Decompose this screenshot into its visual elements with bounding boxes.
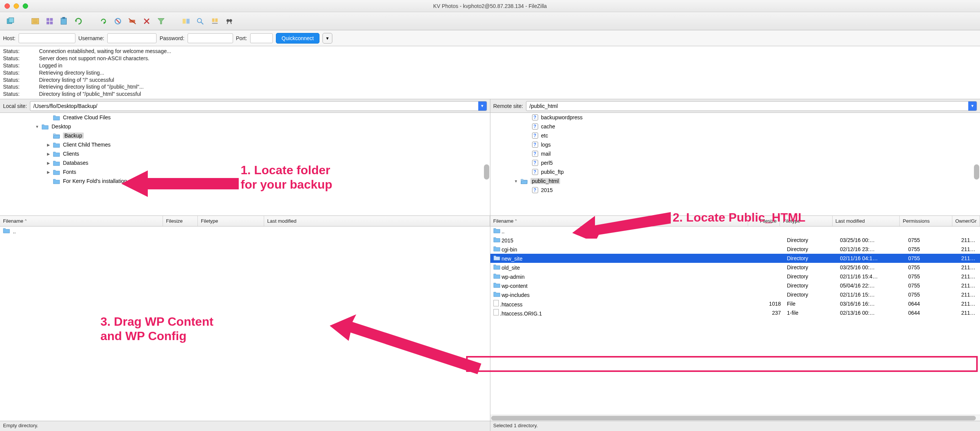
col-filetype[interactable]: Filetype <box>780 216 832 226</box>
remote-list-header[interactable]: Filename Filesize Filetype Last modified… <box>490 216 980 227</box>
local-tree[interactable]: Creative Cloud Files▼DesktopBackup▶Clien… <box>0 113 490 216</box>
tree-node[interactable]: ?perl5 <box>490 158 980 167</box>
local-list-header[interactable]: Filename Filesize Filetype Last modified <box>0 216 490 227</box>
tree-node[interactable]: ?2015 <box>490 185 980 195</box>
window-controls <box>5 3 28 9</box>
find-icon[interactable] <box>224 16 235 27</box>
col-filesize[interactable]: Filesize <box>748 216 780 226</box>
tree-node[interactable]: ▶Clients <box>0 149 490 158</box>
tree-toggle[interactable]: ▼ <box>513 179 519 183</box>
host-input[interactable] <box>19 33 75 43</box>
svg-rect-6 <box>47 18 49 21</box>
log-panel[interactable]: Status:Connection established, waiting f… <box>0 46 980 99</box>
svg-rect-10 <box>61 18 67 24</box>
toggle-tree-icon[interactable] <box>44 16 55 27</box>
compare-icon[interactable] <box>180 16 192 27</box>
tree-node[interactable]: ▶Client Child Themes <box>0 140 490 149</box>
chevron-down-icon[interactable]: ▼ <box>968 101 977 111</box>
file-row[interactable]: wp-includes Directory 02/11/16 15:… 0755… <box>490 290 980 299</box>
quickconnect-dropdown[interactable]: ▼ <box>323 33 332 44</box>
col-filename[interactable]: Filename <box>0 216 163 226</box>
quickconnect-button[interactable]: Quickconnect <box>276 33 320 44</box>
tree-node[interactable]: ▶Databases <box>0 158 490 167</box>
tree-node[interactable]: For Kerry Fold's installation <box>0 176 490 185</box>
file-row[interactable]: .htaccess 1018 File 03/16/16 16:… 0644 2… <box>490 299 980 308</box>
col-filesize[interactable]: Filesize <box>163 216 198 226</box>
file-modified: 05/04/16 22:… <box>837 282 905 288</box>
password-input[interactable] <box>188 33 233 43</box>
file-row[interactable]: old_site Directory 03/25/16 00:… 0755 21… <box>490 263 980 272</box>
remote-path-combo[interactable]: ▼ <box>526 101 977 111</box>
tree-node[interactable]: ?etc <box>490 131 980 140</box>
local-path-input[interactable] <box>30 101 478 111</box>
file-modified: 02/11/16 15:… <box>837 292 905 298</box>
tree-node[interactable]: ?backupwordpress <box>490 113 980 122</box>
maximize-icon[interactable] <box>23 3 28 9</box>
site-manager-icon[interactable] <box>5 16 16 27</box>
scrollbar[interactable] <box>974 164 979 179</box>
file-row[interactable]: 2015 Directory 03/25/16 00:… 0755 2111 2… <box>490 236 980 245</box>
file-row[interactable]: cgi-bin Directory 02/12/16 23:… 0755 211… <box>490 245 980 254</box>
local-file-list[interactable]: .. <box>0 227 490 421</box>
reconnect-icon[interactable] <box>141 16 152 27</box>
tree-label: mail <box>541 151 551 157</box>
minimize-icon[interactable] <box>14 3 19 9</box>
tree-node[interactable]: ▶Fonts <box>0 167 490 176</box>
username-input[interactable] <box>107 33 156 43</box>
remote-path-input[interactable] <box>527 101 968 111</box>
updir-row[interactable]: .. <box>0 227 490 236</box>
tree-node[interactable]: ?mail <box>490 149 980 158</box>
tree-node[interactable]: ?cache <box>490 122 980 131</box>
toggle-queue-icon[interactable] <box>58 16 70 27</box>
tree-node[interactable]: ▼Desktop <box>0 122 490 131</box>
tree-toggle[interactable]: ▶ <box>46 152 51 156</box>
tree-label: Client Child Themes <box>63 142 111 148</box>
file-type: Directory <box>784 265 837 270</box>
port-input[interactable] <box>250 33 273 43</box>
file-row[interactable]: wp-content Directory 05/04/16 22:… 0755 … <box>490 281 980 290</box>
col-lastmod[interactable]: Last modified <box>833 216 900 226</box>
process-queue-icon[interactable] <box>98 16 109 27</box>
col-filename[interactable]: Filename <box>490 216 748 226</box>
file-row[interactable]: new_site Directory 02/11/16 04:1… 0755 2… <box>490 254 980 263</box>
folder-icon <box>53 115 60 120</box>
tree-toggle[interactable]: ▶ <box>46 143 51 147</box>
remote-tree[interactable]: ?backupwordpress?cache?etc?logs?mail?per… <box>490 113 980 216</box>
file-row[interactable]: .htaccess.ORIG.1 237 1-file 02/13/16 00:… <box>490 308 980 317</box>
unknown-icon: ? <box>532 151 538 157</box>
tree-node[interactable]: ▼public_html <box>490 176 980 185</box>
tree-node[interactable]: Backup <box>0 131 490 140</box>
svg-line-30 <box>228 22 228 24</box>
refresh-icon[interactable] <box>73 16 84 27</box>
col-perms[interactable]: Permissions <box>900 216 952 226</box>
file-row[interactable]: wp-admin Directory 02/11/16 15:4… 0755 2… <box>490 272 980 281</box>
tree-node[interactable]: Creative Cloud Files <box>0 113 490 122</box>
file-modified: 02/11/16 15:4… <box>837 273 905 279</box>
search-icon[interactable] <box>209 16 221 27</box>
file-owner: 2111 2114 <box>958 265 980 270</box>
local-path-combo[interactable]: ▼ <box>30 101 487 111</box>
toggle-log-icon[interactable] <box>30 16 41 27</box>
horizontal-scrollbar[interactable] <box>490 415 980 421</box>
tree-node[interactable]: ?public_ftp <box>490 167 980 176</box>
remote-file-list[interactable]: .. 2015 Directory 03/25/16 00:… 0755 211… <box>490 227 980 415</box>
col-lastmod[interactable]: Last modified <box>264 216 490 226</box>
chevron-down-icon[interactable]: ▼ <box>478 101 487 111</box>
tree-toggle[interactable]: ▼ <box>34 125 40 129</box>
svg-point-29 <box>229 19 232 22</box>
disconnect-icon[interactable] <box>127 16 138 27</box>
filter-icon[interactable] <box>155 16 167 27</box>
file-owner: 2111 2114 <box>958 255 980 261</box>
file-row[interactable]: .. <box>490 227 980 236</box>
close-icon[interactable] <box>5 3 10 9</box>
sync-browse-icon[interactable] <box>195 16 206 27</box>
file-name: new_site <box>502 256 523 262</box>
col-owner[interactable]: Owner/Gr <box>952 216 980 226</box>
tree-toggle[interactable]: ▶ <box>46 161 51 165</box>
port-label: Port: <box>236 35 247 41</box>
col-filetype[interactable]: Filetype <box>198 216 264 226</box>
tree-toggle[interactable]: ▶ <box>46 170 51 174</box>
tree-node[interactable]: ?logs <box>490 140 980 149</box>
cancel-icon[interactable] <box>112 16 124 27</box>
scrollbar[interactable] <box>484 164 489 179</box>
